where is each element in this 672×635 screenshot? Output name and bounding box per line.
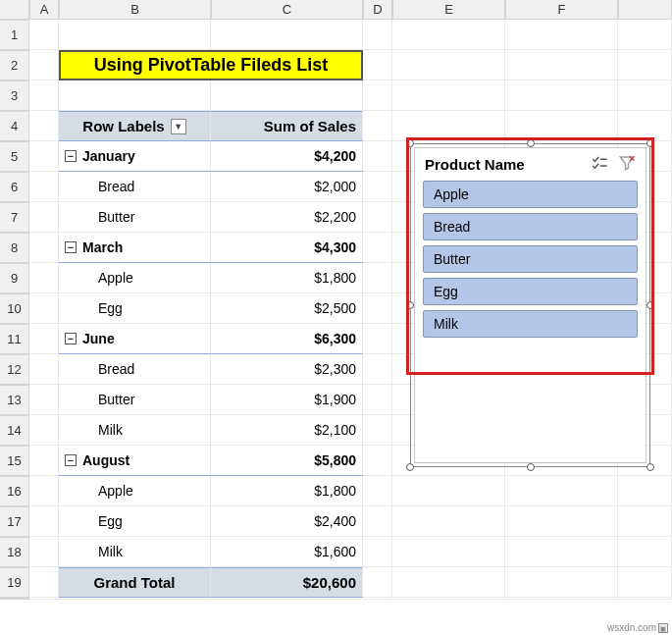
pivot-item-label[interactable]: Bread (59, 354, 211, 385)
pivot-group-subtotal: $5,800 (211, 446, 363, 476)
row-header-7[interactable]: 7 (0, 202, 29, 233)
row-header-18[interactable]: 18 (0, 537, 29, 567)
row-header-16[interactable]: 16 (0, 476, 29, 506)
pivot-item-value: $1,600 (211, 537, 363, 567)
pivot-item-label[interactable]: Apple (59, 476, 211, 506)
pivot-item-value: $2,300 (211, 354, 363, 385)
resize-handle[interactable] (527, 463, 535, 471)
pivot-item-value: $2,100 (211, 415, 363, 446)
pivot-item-label[interactable]: Apple (59, 263, 211, 293)
collapse-icon[interactable]: − (65, 454, 77, 466)
resize-handle[interactable] (527, 139, 535, 147)
slicer-item[interactable]: Apple (423, 181, 638, 208)
pivot-item-label[interactable]: Milk (59, 537, 211, 567)
row-header-9[interactable]: 9 (0, 263, 29, 293)
sheet-title: Using PivotTable Fileds List (59, 50, 363, 80)
pivot-item-value: $1,800 (211, 263, 363, 293)
pivot-row-label-header[interactable]: Row Labels▼ (59, 111, 211, 141)
pivot-item-label[interactable]: Butter (59, 202, 211, 233)
row-header-8[interactable]: 8 (0, 233, 29, 263)
pivot-item-value: $2,400 (211, 506, 363, 537)
resize-handle[interactable] (646, 139, 654, 147)
pivot-group[interactable]: −June (59, 324, 211, 354)
multi-select-icon[interactable] (591, 154, 608, 175)
slicer-item[interactable]: Butter (423, 245, 638, 273)
slicer-item[interactable]: Milk (423, 310, 638, 338)
pivot-item-label[interactable]: Milk (59, 415, 211, 446)
pivot-group-label: August (82, 452, 129, 468)
pivot-row-label-text: Row Labels (82, 118, 164, 134)
pivot-value-header: Sum of Sales (211, 111, 363, 141)
row-header-10[interactable]: 10 (0, 293, 29, 324)
pivot-item-value: $1,800 (211, 476, 363, 506)
pivot-group-label: January (82, 148, 135, 164)
slicer-item[interactable]: Egg (423, 278, 638, 305)
row-header-2[interactable]: 2 (0, 50, 29, 80)
pivot-item-value: $2,200 (211, 202, 363, 233)
pivot-group-label: March (82, 239, 123, 255)
pivot-group-subtotal: $4,200 (211, 141, 363, 172)
pivot-group-label: June (82, 331, 115, 346)
resize-handle[interactable] (406, 139, 414, 147)
row-header-1[interactable]: 1 (0, 20, 29, 50)
pivot-item-value: $1,900 (211, 385, 363, 415)
row-header-20[interactable] (0, 598, 29, 600)
filter-dropdown-icon[interactable]: ▼ (171, 119, 186, 134)
row-header-14[interactable]: 14 (0, 415, 29, 446)
collapse-icon[interactable]: − (65, 241, 77, 253)
slicer-item[interactable]: Bread (423, 213, 638, 240)
pivot-group[interactable]: −August (59, 446, 211, 476)
row-header-3[interactable]: 3 (0, 80, 29, 111)
pivot-item-label[interactable]: Egg (59, 293, 211, 324)
row-header-15[interactable]: 15 (0, 446, 29, 476)
pivot-group-subtotal: $6,300 (211, 324, 363, 354)
pivot-group[interactable]: −January (59, 141, 211, 172)
slicer-title: Product Name (425, 156, 525, 173)
clear-filter-icon[interactable] (618, 154, 636, 175)
col-header-C[interactable]: C (211, 0, 363, 20)
slicer-selection[interactable]: Product Name (410, 143, 650, 467)
pivot-item-label[interactable]: Bread (59, 172, 211, 202)
row-header-12[interactable]: 12 (0, 354, 29, 385)
row-header-19[interactable]: 19 (0, 567, 29, 598)
pivot-group[interactable]: −March (59, 233, 211, 263)
resize-handle[interactable] (406, 301, 414, 309)
col-header-D[interactable]: D (363, 0, 392, 20)
pivot-item-label[interactable]: Egg (59, 506, 211, 537)
pivot-item-value: $2,500 (211, 293, 363, 324)
row-header-4[interactable]: 4 (0, 111, 29, 141)
collapse-icon[interactable]: − (65, 150, 77, 162)
col-header-E[interactable]: E (392, 0, 505, 20)
row-header-13[interactable]: 13 (0, 385, 29, 415)
resize-handle[interactable] (646, 301, 654, 309)
col-header-F[interactable]: F (505, 0, 618, 20)
row-header-17[interactable]: 17 (0, 506, 29, 537)
col-header-B[interactable]: B (59, 0, 211, 20)
slicer-panel: Product Name (414, 147, 646, 463)
resize-handle[interactable] (406, 463, 414, 471)
pivot-grand-total-label: Grand Total (59, 567, 211, 598)
col-header-A[interactable]: A (29, 0, 59, 20)
pivot-grand-total-value: $20,600 (211, 567, 363, 598)
pivot-group-subtotal: $4,300 (211, 233, 363, 263)
pivot-item-label[interactable]: Butter (59, 385, 211, 415)
row-header-6[interactable]: 6 (0, 172, 29, 202)
resize-handle[interactable] (646, 463, 654, 471)
row-header-11[interactable]: 11 (0, 324, 29, 354)
collapse-icon[interactable]: − (65, 333, 77, 344)
watermark: wsxdn.com▣ (607, 622, 668, 633)
row-header-5[interactable]: 5 (0, 141, 29, 172)
pivot-item-value: $2,000 (211, 172, 363, 202)
